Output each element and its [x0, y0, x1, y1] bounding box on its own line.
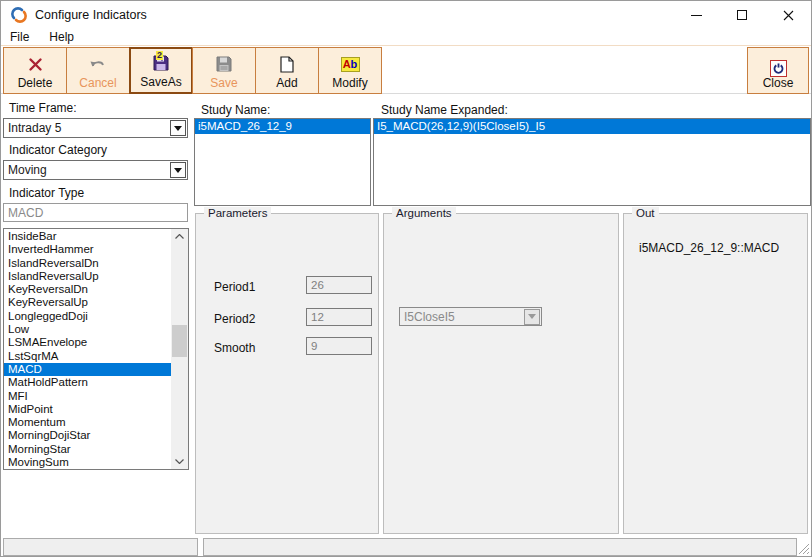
window-title: Configure Indicators [35, 8, 147, 22]
menu-bar: File Help [1, 29, 811, 45]
period2-label: Period2 [214, 312, 255, 326]
list-item[interactable]: Momentum [4, 416, 171, 429]
chevron-down-icon[interactable] [170, 162, 186, 178]
add-button[interactable]: Add [255, 47, 319, 94]
smooth-label: Smooth [214, 341, 255, 355]
maximize-icon [737, 10, 747, 20]
study-name-label: Study Name: [201, 103, 270, 117]
time-frame-label: Time Frame: [9, 101, 77, 115]
chevron-down-icon [524, 309, 540, 325]
smooth-field: 9 [306, 337, 372, 355]
save-as-disk-icon: 2 [153, 53, 169, 73]
app-logo-icon [11, 7, 27, 23]
menu-file[interactable]: File [1, 30, 39, 44]
configure-indicators-window: Configure Indicators File Help Delete [0, 0, 812, 557]
list-item[interactable]: InvertedHammer [4, 243, 171, 256]
scrollbar[interactable] [171, 229, 188, 469]
list-item[interactable]: LongleggedDoji [4, 310, 171, 323]
list-item[interactable]: MovingSum [4, 456, 171, 469]
modify-button[interactable]: Ab Modify [318, 47, 382, 94]
indicator-category-select[interactable]: Moving [3, 160, 188, 180]
close-button[interactable]: Close [747, 47, 809, 94]
out-groupbox: Out i5MACD_26_12_9::MACD [623, 213, 808, 534]
status-panel-left [3, 538, 198, 556]
study-name-expanded-label: Study Name Expanded: [381, 103, 508, 117]
undo-arrow-icon [89, 54, 107, 74]
menu-help[interactable]: Help [39, 30, 84, 44]
out-value: i5MACD_26_12_9::MACD [639, 241, 779, 255]
time-frame-select[interactable]: Intraday 5 [3, 118, 188, 138]
list-item[interactable]: Low [4, 323, 171, 336]
arguments-title: Arguments [392, 207, 456, 219]
list-item[interactable]: MorningDojiStar [4, 429, 171, 442]
toolbar: Delete Cancel 2 SaveAs [1, 45, 811, 94]
save-disk-icon [216, 54, 232, 74]
minimize-button[interactable] [673, 1, 719, 29]
arguments-select: I5CloseI5 [399, 307, 542, 326]
list-item[interactable]: MidPoint [4, 403, 171, 416]
save-as-button[interactable]: 2 SaveAs [129, 47, 193, 94]
list-item[interactable]: KeyReversalUp [4, 296, 171, 309]
list-item[interactable]: InsideBar [4, 230, 171, 243]
list-item[interactable]: MorningStar [4, 443, 171, 456]
title-bar: Configure Indicators [1, 1, 811, 29]
save-button[interactable]: Save [192, 47, 256, 94]
out-title: Out [632, 207, 659, 219]
period1-label: Period1 [214, 280, 255, 294]
time-frame-value: Intraday 5 [4, 121, 170, 135]
scroll-down-icon[interactable] [171, 454, 188, 469]
indicator-category-label: Indicator Category [9, 143, 107, 157]
list-item[interactable]: LstSqrMA [4, 350, 171, 363]
list-item[interactable]: LSMAEnvelope [4, 336, 171, 349]
minimize-icon [691, 15, 702, 16]
save-label: Save [210, 77, 237, 89]
modify-label: Modify [332, 77, 367, 89]
save-as-badge: 2 [156, 51, 163, 60]
parameters-title: Parameters [204, 207, 271, 219]
chevron-down-icon[interactable] [170, 120, 186, 136]
period1-field: 26 [306, 276, 372, 294]
ab-edit-icon: Ab [341, 54, 360, 74]
list-item[interactable]: KeyReversalDn [4, 283, 171, 296]
parameters-groupbox: Parameters Period1 26 Period2 12 Smooth … [195, 213, 379, 534]
power-icon [770, 60, 787, 77]
maximize-button[interactable] [719, 1, 765, 29]
delete-x-icon [28, 54, 43, 74]
list-item[interactable]: IslandReversalDn [4, 257, 171, 270]
close-label: Close [763, 77, 794, 89]
indicator-category-value: Moving [4, 163, 170, 177]
indicator-type-label: Indicator Type [9, 186, 84, 200]
save-as-label: SaveAs [140, 76, 181, 88]
add-label: Add [276, 77, 297, 89]
indicator-type-field: MACD [3, 203, 188, 222]
list-item[interactable]: MFI [4, 390, 171, 403]
delete-button[interactable]: Delete [3, 47, 67, 94]
study-name-expanded-selected-row[interactable]: I5_MACD(26,12,9)(I5CloseI5)_I5 [374, 119, 810, 134]
cancel-button[interactable]: Cancel [66, 47, 130, 94]
scrollbar-thumb[interactable] [172, 325, 187, 357]
list-item[interactable]: IslandReversalUp [4, 270, 171, 283]
close-window-button[interactable] [765, 1, 811, 29]
study-name-expanded-list: I5_MACD(26,12,9)(I5CloseI5)_I5 [373, 118, 811, 206]
delete-label: Delete [18, 77, 53, 89]
study-name-list: i5MACD_26_12_9 [194, 118, 371, 206]
list-item-selected[interactable]: MACD [4, 363, 171, 376]
arguments-value: I5CloseI5 [400, 310, 524, 324]
arguments-groupbox: Arguments I5CloseI5 [383, 213, 619, 534]
resize-grip[interactable] [796, 541, 810, 555]
list-item[interactable]: MatHoldPattern [4, 376, 171, 389]
new-page-icon [280, 54, 294, 74]
study-name-selected-row[interactable]: i5MACD_26_12_9 [195, 119, 370, 134]
close-icon [783, 10, 794, 21]
status-panel-right [203, 538, 797, 556]
cancel-label: Cancel [79, 77, 116, 89]
indicator-list: InsideBar InvertedHammer IslandReversalD… [3, 228, 189, 470]
scroll-up-icon[interactable] [171, 229, 188, 244]
period2-field: 12 [306, 308, 372, 326]
